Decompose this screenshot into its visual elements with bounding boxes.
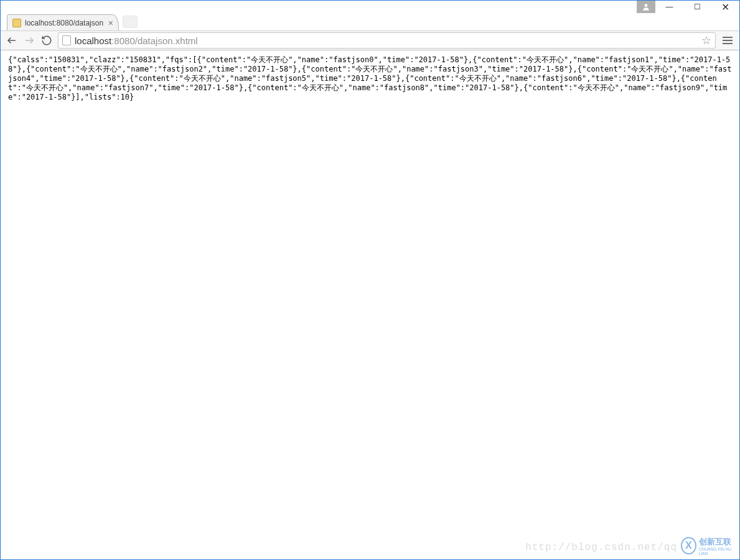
watermark-brand-sub: CHUANG XIN HU LIAN xyxy=(699,547,736,556)
address-bar[interactable]: localhost:8080/datajson.xhtml ☆ xyxy=(58,32,716,49)
watermark-brand: 创新互联 xyxy=(699,537,731,546)
close-button[interactable]: ✕ xyxy=(711,1,739,13)
browser-toolbar: localhost:8080/datajson.xhtml ☆ xyxy=(1,30,739,50)
watermark-logo-icon: X xyxy=(681,537,696,554)
page-icon xyxy=(62,35,71,45)
back-button[interactable] xyxy=(6,34,18,47)
forward-button[interactable] xyxy=(23,34,35,47)
user-icon[interactable] xyxy=(637,1,655,13)
url-host: localhost xyxy=(75,35,111,46)
watermark-logo: X 创新互联 CHUANG XIN HU LIAN xyxy=(681,536,736,556)
hamburger-menu-icon[interactable] xyxy=(721,34,734,47)
tab-title: localhost:8080/datajson xyxy=(25,19,105,27)
maximize-button[interactable]: ☐ xyxy=(683,1,711,13)
new-tab-button[interactable] xyxy=(123,16,138,28)
bookmark-star-icon[interactable]: ☆ xyxy=(701,34,711,47)
browser-tab[interactable]: localhost:8080/datajson × xyxy=(7,14,119,30)
reload-button[interactable] xyxy=(40,34,53,47)
minimize-button[interactable]: — xyxy=(655,1,683,13)
watermark-url: http://blog.csdn.net/qq xyxy=(525,542,677,553)
url-text: localhost:8080/datajson.xhtml xyxy=(75,35,198,46)
tab-strip: localhost:8080/datajson × xyxy=(1,13,739,30)
page-body: {"calss":"150831","clazz":"150831","fqs"… xyxy=(1,50,739,559)
svg-point-0 xyxy=(645,4,648,7)
tab-close-icon[interactable]: × xyxy=(108,18,113,28)
window-titlebar: — ☐ ✕ xyxy=(1,1,739,13)
url-path: :8080/datajson.xhtml xyxy=(111,35,197,46)
favicon-icon xyxy=(12,19,21,27)
